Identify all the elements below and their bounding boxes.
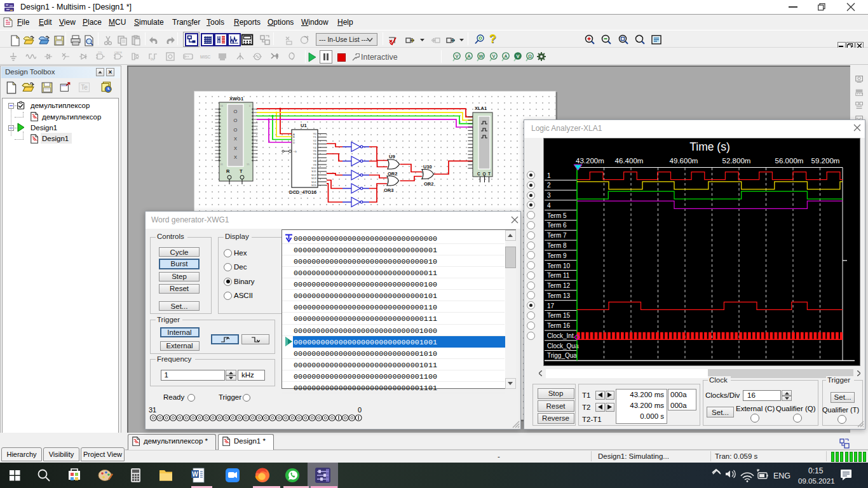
- svg-text:CMOS: CMOS: [114, 51, 122, 54]
- svg-text:0v: 0v: [151, 57, 154, 61]
- svg-text:MISC: MISC: [200, 55, 211, 59]
- svg-text:TTL: TTL: [98, 51, 103, 54]
- svg-text:Ω: Ω: [528, 53, 532, 59]
- svg-text:W: W: [479, 53, 484, 59]
- svg-text:V: V: [516, 53, 519, 59]
- svg-text:A: A: [467, 53, 471, 59]
- svg-text:V: V: [455, 53, 458, 59]
- svg-text:A: A: [504, 53, 508, 59]
- svg-text:09.05.2021: 09.05.2021: [798, 477, 835, 485]
- svg-text:W: W: [192, 471, 198, 478]
- svg-text:0:15: 0:15: [808, 466, 824, 475]
- svg-text:ENG: ENG: [773, 471, 790, 480]
- svg-text:V: V: [492, 53, 495, 59]
